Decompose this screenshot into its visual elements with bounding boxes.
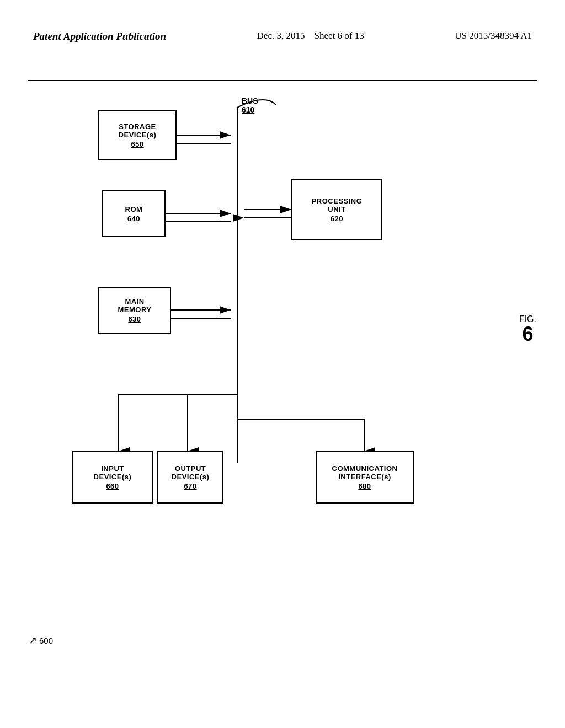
communication-interface-ref: 680 bbox=[358, 482, 371, 490]
sheet-info: Sheet 6 of 13 bbox=[314, 30, 364, 41]
header-divider bbox=[28, 80, 537, 81]
output-device-box: OUTPUTDEVICE(s) 670 bbox=[157, 451, 223, 504]
bus-label: BUS610 bbox=[242, 97, 258, 114]
patent-number: US 2015/348394 A1 bbox=[455, 30, 532, 41]
header-date-sheet: Dec. 3, 2015 Sheet 6 of 13 bbox=[257, 30, 364, 41]
storage-device-ref: 650 bbox=[131, 140, 143, 148]
rom-ref: 640 bbox=[127, 215, 140, 223]
main-memory-label: MAINMEMORY bbox=[118, 297, 151, 314]
rom-label: ROM bbox=[125, 205, 143, 213]
input-device-label: INPUTDEVICE(s) bbox=[94, 464, 132, 481]
figure-label: FIG. 6 bbox=[519, 314, 536, 344]
input-device-box: INPUTDEVICE(s) 660 bbox=[72, 451, 153, 504]
storage-device-box: STORAGEDEVICE(s) 650 bbox=[98, 110, 177, 160]
communication-interface-label: COMMUNICATIONINTERFACE(s) bbox=[332, 464, 398, 481]
processing-unit-box: PROCESSINGUNIT 620 bbox=[291, 179, 382, 240]
diagram-area: BUS610 STORAGEDEVICE(s) 650 ROM 640 PROC… bbox=[0, 88, 565, 728]
processing-unit-ref: 620 bbox=[331, 215, 343, 223]
rom-box: ROM 640 bbox=[102, 190, 166, 237]
main-memory-ref: 630 bbox=[128, 315, 141, 323]
publication-date: Dec. 3, 2015 bbox=[257, 30, 305, 41]
ref-600-arrow: ↗ bbox=[29, 634, 37, 646]
processing-unit-label: PROCESSINGUNIT bbox=[312, 197, 363, 213]
storage-device-label: STORAGEDEVICE(s) bbox=[119, 122, 157, 139]
diagram-arrows bbox=[0, 88, 565, 728]
communication-interface-box: COMMUNICATIONINTERFACE(s) 680 bbox=[316, 451, 414, 504]
page-header: Patent Application Publication Dec. 3, 2… bbox=[0, 30, 565, 42]
input-device-ref: 660 bbox=[106, 482, 119, 490]
output-device-ref: 670 bbox=[184, 482, 196, 490]
output-device-label: OUTPUTDEVICE(s) bbox=[172, 464, 210, 481]
publication-title: Patent Application Publication bbox=[33, 30, 166, 42]
ref-600: ↗ 600 bbox=[29, 634, 53, 646]
main-memory-box: MAINMEMORY 630 bbox=[98, 287, 171, 334]
ref-600-number: 600 bbox=[39, 636, 53, 645]
